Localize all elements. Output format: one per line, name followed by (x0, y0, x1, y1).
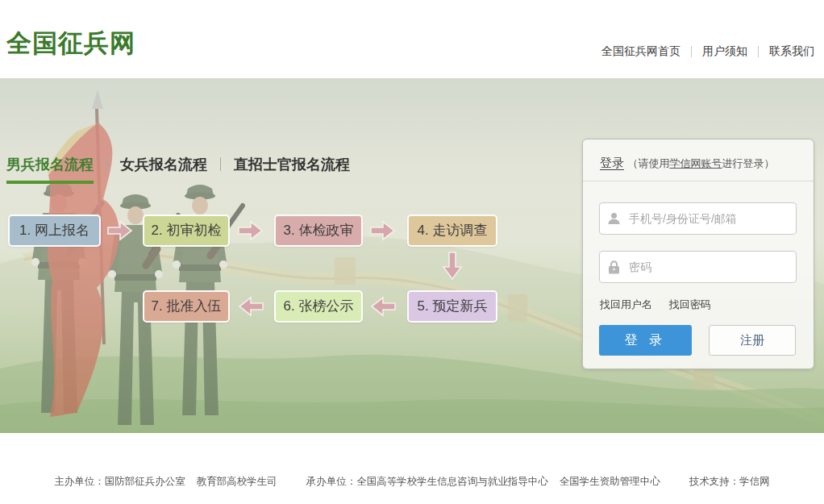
password-input[interactable] (627, 260, 788, 274)
xuexin-account-link[interactable]: 学信网账号 (669, 157, 722, 169)
arrow-right-icon (238, 220, 264, 241)
flow-step-6: 6. 张榜公示 (274, 290, 363, 323)
arrow-right-icon (107, 220, 133, 241)
nav-notice-link[interactable]: 用户须知 (702, 44, 747, 59)
footer-organizer: 承办单位：全国高等学校学生信息咨询与就业指导中心 (306, 475, 548, 489)
flow-step-1: 1. 网上报名 (8, 215, 101, 247)
login-subtitle-prefix: （请使用 (627, 157, 669, 169)
tab-divider (220, 157, 221, 171)
footer-credits: 主办单位：国防部征兵办公室 教育部高校学生司 承办单位：全国高等学校学生信息咨询… (0, 475, 824, 489)
tab-male-enlist[interactable]: 男兵报名流程 (6, 155, 94, 184)
user-icon (608, 212, 620, 225)
footer-support: 技术支持：学信网 (689, 475, 770, 489)
footer-organizer2: 全国学生资助管理中心 (560, 475, 660, 489)
password-field-wrap (599, 251, 797, 283)
find-username-link[interactable]: 找回用户名 (600, 298, 652, 310)
top-nav: 全国征兵网首页 用户须知 联系我们 (601, 44, 814, 59)
footer: 主办单位：国防部征兵办公室 教育部高校学生司 承办单位：全国高等学校学生信息咨询… (0, 433, 824, 504)
flow-step-4: 4. 走访调查 (407, 215, 497, 247)
nav-divider (758, 46, 759, 57)
header: 全国征兵网 全国征兵网首页 用户须知 联系我们 (0, 0, 824, 78)
tab-divider (106, 157, 107, 171)
find-password-link[interactable]: 找回密码 (669, 298, 711, 310)
page: 全国征兵网 全国征兵网首页 用户须知 联系我们 (0, 0, 824, 504)
site-logo: 全国征兵网 (6, 27, 135, 60)
flow-step-5: 5. 预定新兵 (407, 290, 497, 323)
username-input[interactable] (627, 211, 788, 226)
flow-step-7: 7. 批准入伍 (143, 290, 230, 323)
flow-step-2: 2. 初审初检 (143, 215, 230, 247)
footer-host2: 教育部高校学生司 (197, 475, 277, 489)
username-field-wrap (599, 202, 797, 235)
login-title: 登录 (600, 156, 624, 169)
nav-divider (691, 46, 692, 57)
hero-banner: 男兵报名流程 女兵报名流程 直招士官报名流程 1. 网上报名 2. 初审初检 3… (0, 78, 824, 433)
arrow-left-icon (370, 296, 396, 317)
login-button[interactable]: 登 录 (599, 325, 692, 356)
nav-contact-link[interactable]: 联系我们 (769, 44, 814, 59)
login-subtitle-suffix: 进行登录） (722, 157, 774, 169)
login-panel-header: 登录 （请使用学信网账号进行登录） (583, 140, 814, 181)
login-subtitle: （请使用学信网账号进行登录） (627, 157, 774, 169)
footer-host: 主办单位：国防部征兵办公室 (54, 475, 185, 489)
tab-female-enlist[interactable]: 女兵报名流程 (120, 155, 207, 184)
account-recovery-links: 找回用户名 找回密码 (600, 298, 725, 312)
register-button[interactable]: 注册 (709, 325, 796, 356)
arrow-down-icon (442, 252, 463, 281)
arrow-left-icon (238, 296, 264, 317)
lock-icon (608, 260, 620, 274)
nav-home-link[interactable]: 全国征兵网首页 (601, 44, 680, 59)
login-panel: 登录 （请使用学信网账号进行登录） (582, 139, 814, 369)
flow-tabs: 男兵报名流程 女兵报名流程 直招士官报名流程 (6, 155, 350, 184)
flow-step-3: 3. 体检政审 (274, 215, 363, 247)
tab-direct-nco[interactable]: 直招士官报名流程 (234, 155, 350, 184)
arrow-right-icon (370, 220, 396, 241)
